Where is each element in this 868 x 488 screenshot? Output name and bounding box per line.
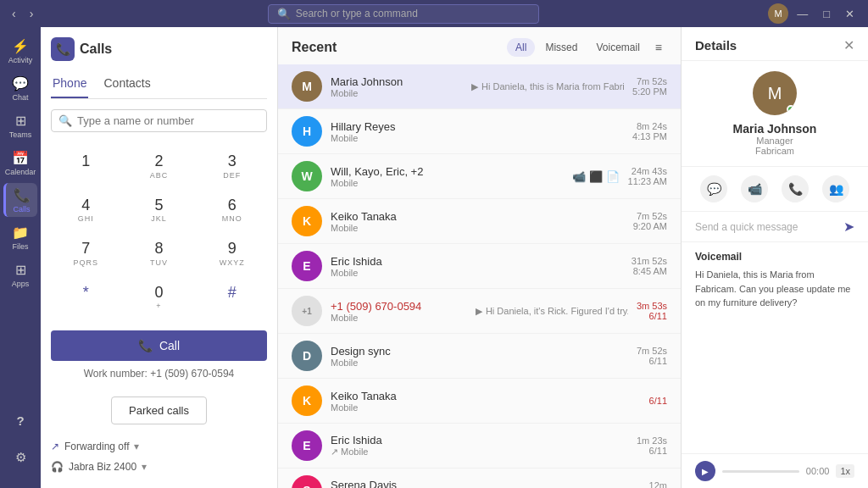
recent-item-info: Keiko Tanaka Mobile [331,210,473,233]
contact-avatar: M [753,71,797,115]
recent-item[interactable]: D Design sync Mobile 7m 52s 6/11 [278,334,681,379]
more-action-button[interactable]: 👥 [822,175,849,202]
caller-name: Keiko Tanaka [331,390,481,402]
dialpad: 1 2ABC 3DEF 4GHI 5JKL 6MNO 7PQRS 8TUV 9W… [51,146,267,317]
maximize-button[interactable]: □ [816,6,837,22]
voicemail-section: Voicemail Hi Daniela, this is Maria from… [682,242,868,453]
filter-missed[interactable]: Missed [537,38,586,57]
sidebar-item-help[interactable]: ? [3,403,37,437]
video-action-button[interactable]: 📹 [741,175,768,202]
recent-item[interactable]: E Eric Ishida ↗ Mobile 1m 23s 6/11 [278,424,681,469]
nav-forward-button[interactable]: › [25,5,39,22]
device-setting[interactable]: 🎧 Jabra Biz 2400 ▾ [51,458,267,475]
sidebar-item-calendar[interactable]: 📅 Calendar [3,146,37,180]
sidebar-item-calls[interactable]: 📞 Calls [3,183,37,217]
contact-name: Maria Johnson [733,122,817,136]
caller-name: Serena Davis [331,479,481,488]
minimize-button[interactable]: — [790,6,815,22]
call-time: 8:45 AM [632,266,667,276]
tab-phone[interactable]: Phone [51,71,88,98]
details-title: Details [695,38,737,53]
dialpad-key-8[interactable]: 8TUV [124,233,193,274]
recent-item[interactable]: M Maria Johnson Mobile ▶ Hi Daniela, thi… [278,64,681,109]
sidebar-item-settings[interactable]: ⚙ [3,441,37,474]
parked-calls-button[interactable]: Parked calls [111,396,207,424]
call-time: 5:20 PM [632,86,667,97]
sidebar-item-apps[interactable]: ⊞ Apps [3,258,37,291]
user-avatar[interactable]: M [768,3,788,24]
audio-progress-bar[interactable] [722,470,799,473]
number-search-input[interactable] [77,114,259,127]
play-icon: ▶ [476,306,482,317]
nav-back-button[interactable]: ‹ [7,5,21,22]
close-button[interactable]: ✕ [838,6,861,22]
details-panel: Details ✕ M Maria Johnson Manager Fabric… [682,27,868,488]
chevron-down-icon: ▾ [142,461,147,473]
recent-item[interactable]: W Will, Kayo, Eric, +2 Mobile 📹 ⬛ 📄 24m … [278,154,681,199]
record-icon: ⬛ [589,170,603,183]
sidebar-item-files[interactable]: 📁 Files [3,220,37,254]
recent-item[interactable]: K Keiko Tanaka Mobile 6/11 [278,379,681,424]
call-duration: 7m 52s [637,346,667,356]
details-actions: 💬 📹 📞 👥 [682,167,868,212]
sidebar-label-activity: Activity [8,56,33,64]
call-button-label: Call [159,339,180,352]
call-time: 6/11 [649,396,667,406]
recent-meta: 3m 53s 6/11 [637,301,667,321]
details-header: Details ✕ [682,27,868,61]
call-duration: 7m 52s [633,211,667,221]
call-time: 4:13 PM [632,131,667,141]
caller-sub: Mobile [331,402,481,413]
calendar-icon: 📅 [12,150,29,166]
recent-item[interactable]: K Keiko Tanaka Mobile 7m 52s 9:20 AM [278,199,681,244]
chat-action-button[interactable]: 💬 [700,175,727,202]
search-bar[interactable]: 🔍 [268,4,539,24]
help-icon: ? [16,413,24,428]
recent-item[interactable]: +1 +1 (509) 670-0594 Mobile ▶ Hi Daniela… [278,289,681,334]
dialpad-key-2[interactable]: 2ABC [124,146,193,186]
sidebar-item-activity[interactable]: ⚡ Activity [3,34,37,68]
filter-voicemail[interactable]: Voicemail [587,38,648,57]
play-button[interactable]: ▶ [695,461,715,481]
recent-item[interactable]: S Serena Davis ↗ Mobile 12m 6/10 [278,469,681,488]
dialpad-key-0[interactable]: 0+ [124,277,193,318]
recent-meta: 7m 52s 5:20 PM [632,76,667,97]
calls-header: 📞 Calls [51,37,267,61]
recent-item-info: Eric Ishida ↗ Mobile [331,434,475,458]
send-message-button[interactable]: ➤ [843,219,854,235]
dialpad-key-3[interactable]: 3DEF [198,146,267,186]
filter-menu-button[interactable]: ≡ [650,37,667,58]
sidebar-item-chat[interactable]: 💬 Chat [3,71,37,105]
dialpad-key-1[interactable]: 1 [51,146,120,186]
dialpad-key-4[interactable]: 4GHI [51,190,120,230]
dialpad-key-hash[interactable]: # [198,277,267,318]
forwarding-setting[interactable]: ↗ Forwarding off ▾ [51,438,267,455]
sidebar-item-teams[interactable]: ⊞ Teams [3,108,37,142]
caller-sub: Mobile [331,358,475,368]
call-action-button[interactable]: 📞 [782,175,809,202]
recent-item-info: Hillary Reyes Mobile [331,120,473,143]
recent-preview: ▶ Hi Daniela, this is Maria from Fabri..… [471,81,624,92]
call-button[interactable]: 📞 Call [51,330,267,361]
dialpad-key-7[interactable]: 7PQRS [51,233,120,274]
dialpad-key-9[interactable]: 9WXYZ [198,233,267,274]
dialpad-key-6[interactable]: 6MNO [198,190,267,230]
filter-all[interactable]: All [507,38,535,57]
recent-meta: 8m 24s 4:13 PM [632,121,667,141]
dialpad-key-5[interactable]: 5JKL [124,190,193,230]
titlebar: ‹ › 🔍 M — □ ✕ [0,0,868,27]
audio-time: 00:00 [806,466,830,476]
activity-icon: ⚡ [12,38,29,54]
recent-meta: 7m 52s 9:20 AM [633,211,667,231]
recent-item[interactable]: E Eric Ishida Mobile 31m 52s 8:45 AM [278,244,681,289]
recent-item-info: +1 (509) 670-0594 Mobile [331,300,467,323]
playback-speed-button[interactable]: 1x [836,464,854,478]
recent-item[interactable]: H Hillary Reyes Mobile 8m 24s 4:13 PM [278,109,681,154]
dialer-footer: ↗ Forwarding off ▾ 🎧 Jabra Biz 2400 ▾ [51,438,267,475]
search-input[interactable] [296,8,530,19]
dialpad-key-star[interactable]: * [51,277,120,318]
details-close-button[interactable]: ✕ [843,37,854,53]
tab-contacts[interactable]: Contacts [102,71,152,98]
search-box[interactable]: 🔍 [51,109,267,132]
quick-message-input[interactable] [695,221,838,233]
